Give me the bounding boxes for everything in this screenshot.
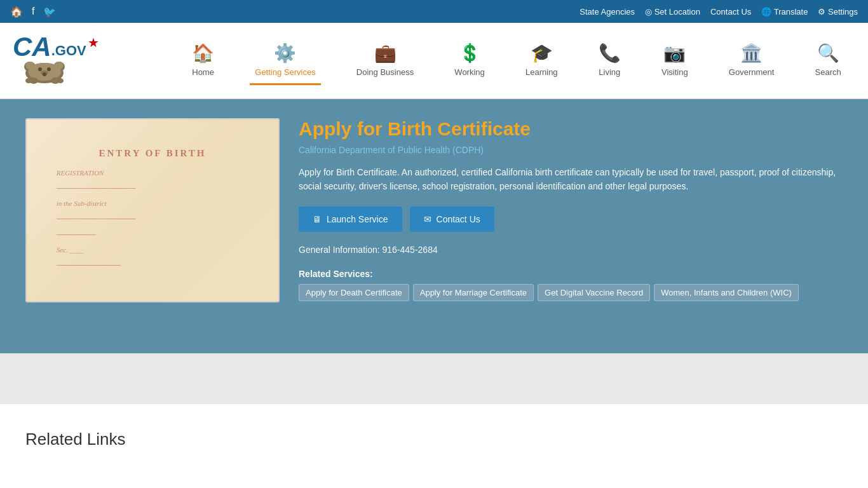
star-icon: ★ [88, 36, 99, 49]
related-services: Related Services: Apply for Death Certif… [299, 265, 843, 301]
nav-living-label: Living [599, 67, 620, 77]
government-icon: 🏛️ [740, 43, 763, 64]
svg-point-7 [47, 67, 51, 71]
state-agencies-link[interactable]: State Agencies [580, 7, 635, 17]
home-nav-icon: 🏠 [192, 43, 214, 64]
bear-logo [16, 54, 73, 86]
social-links: 🏠 f 🐦 [10, 6, 56, 18]
nav-living[interactable]: 📞 Living [593, 36, 626, 85]
service-description: Apply for Birth Certificate. An authoriz… [299, 165, 843, 194]
main-content: ENTRY OF BIRTH REGISTRATION ────────────… [0, 99, 868, 353]
getting-services-icon: ⚙️ [274, 43, 296, 64]
nav-home-label: Home [192, 67, 214, 77]
location-icon: ◎ [645, 7, 652, 17]
doing-business-icon: 💼 [374, 43, 397, 64]
visiting-icon: 📷 [663, 43, 686, 64]
related-tags-container: Apply for Death Certificate Apply for Ma… [299, 284, 799, 301]
nav-visiting[interactable]: 📷 Visiting [656, 36, 693, 85]
general-info-phone: 916-445-2684 [383, 245, 438, 255]
related-links-title: Related Links [25, 430, 843, 449]
translate-icon: 🌐 [761, 7, 771, 17]
tag-vaccine-record[interactable]: Get Digital Vaccine Record [538, 284, 650, 301]
action-buttons: 🖥 Launch Service ✉ Contact Us [299, 207, 843, 232]
nav-getting-services-label: Getting Services [255, 67, 315, 77]
nav-doing-business[interactable]: 💼 Doing Business [351, 36, 419, 85]
nav-working-label: Working [454, 67, 484, 77]
nav-working[interactable]: 💲 Working [449, 36, 489, 85]
settings-icon: ⚙ [818, 7, 825, 17]
cert-mock-title: ENTRY OF BIRTH [98, 148, 206, 159]
general-info-label: General Information: [299, 245, 380, 255]
below-main-section [0, 353, 868, 404]
search-nav-icon: 🔍 [817, 43, 839, 64]
nav-home[interactable]: 🏠 Home [187, 36, 219, 85]
main-nav: 🏠 Home ⚙️ Getting Services 💼 Doing Busin… [172, 36, 862, 85]
svg-point-12 [25, 78, 32, 83]
nav-search-label: Search [815, 67, 841, 77]
related-services-label: Related Services: [299, 265, 373, 279]
svg-point-6 [38, 67, 42, 71]
facebook-icon-link[interactable]: f [32, 6, 34, 17]
contact-us-button[interactable]: ✉ Contact Us [410, 207, 494, 232]
logo-area: CA .GOV ★ [6, 27, 172, 94]
top-bar: 🏠 f 🐦 State Agencies ◎ Set Location Cont… [0, 0, 868, 23]
cert-mock-text: REGISTRATION ──────────────── in the Sub… [57, 165, 249, 273]
nav-learning-label: Learning [526, 67, 558, 77]
tag-wic[interactable]: Women, Infants and Children (WIC) [654, 284, 799, 301]
page-title: Apply for Birth Certificate [299, 118, 843, 140]
twitter-icon-link[interactable]: 🐦 [43, 6, 56, 18]
set-location-link[interactable]: ◎ Set Location [645, 7, 700, 17]
learning-icon: 🎓 [531, 43, 553, 64]
birth-certificate-image: ENTRY OF BIRTH REGISTRATION ────────────… [25, 118, 280, 302]
nav-bar: CA .GOV ★ [0, 23, 868, 99]
home-icon-link[interactable]: 🏠 [10, 6, 23, 18]
tag-marriage-certificate[interactable]: Apply for Marriage Certificate [413, 284, 534, 301]
contact-icon: ✉ [424, 214, 431, 224]
nav-search[interactable]: 🔍 Search [810, 36, 846, 85]
svg-point-9 [43, 72, 46, 76]
utility-links: State Agencies ◎ Set Location Contact Us… [580, 7, 858, 17]
department-link[interactable]: California Department of Public Health (… [299, 145, 843, 155]
translate-link[interactable]: 🌐 Translate [761, 7, 808, 17]
launch-icon: 🖥 [313, 214, 322, 224]
svg-point-5 [55, 62, 64, 69]
nav-visiting-label: Visiting [661, 67, 688, 77]
general-info: General Information: 916-445-2684 [299, 245, 843, 255]
living-icon: 📞 [599, 43, 621, 64]
nav-government-label: Government [729, 67, 775, 77]
nav-learning[interactable]: 🎓 Learning [520, 36, 563, 85]
settings-link[interactable]: ⚙ Settings [818, 7, 858, 17]
related-links-section: Related Links [0, 404, 868, 475]
nav-doing-business-label: Doing Business [356, 67, 414, 77]
nav-getting-services[interactable]: ⚙️ Getting Services [250, 36, 320, 85]
tag-death-certificate[interactable]: Apply for Death Certificate [299, 284, 409, 301]
launch-service-button[interactable]: 🖥 Launch Service [299, 207, 402, 232]
svg-point-4 [25, 62, 34, 69]
working-icon: 💲 [459, 43, 481, 64]
service-content: Apply for Birth Certificate California D… [299, 118, 843, 334]
svg-point-13 [57, 78, 64, 83]
nav-government[interactable]: 🏛️ Government [724, 36, 780, 85]
contact-us-link[interactable]: Contact Us [710, 7, 751, 17]
